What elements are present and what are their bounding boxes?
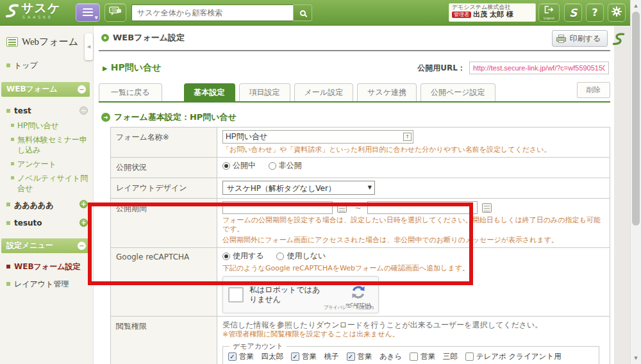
sidebar-group-test[interactable]: test − <box>0 102 93 119</box>
sidebar-item-novelty-site[interactable]: ノベルティサイト問合せ <box>0 171 93 195</box>
bullet-icon <box>6 203 10 206</box>
calendar-icon[interactable] <box>482 203 492 213</box>
collapse-minus-icon[interactable]: − <box>78 85 86 94</box>
checkbox-sales-yotaro[interactable]: ✓ 営業 四太郎 <box>228 352 283 361</box>
sasuke-s-icon <box>4 3 20 19</box>
heading-arrow-icon: ▶ <box>103 65 108 72</box>
sidebar: Webフォーム ◀ トップ WEBフォーム − test − HP問い合せ 無料… <box>0 26 94 364</box>
calendar-icon[interactable] <box>337 203 347 213</box>
bullet-icon <box>6 63 10 67</box>
collapse-minus-icon[interactable]: − <box>79 106 88 115</box>
role-badge: 管理者 <box>452 12 471 18</box>
sidebar-group-tesuto[interactable]: tesuto + <box>0 214 93 231</box>
checkbox-teleapo-client[interactable]: ✓ テレアポ クライアント用 <box>465 352 562 361</box>
notebook-button[interactable]: ▼ <box>76 3 100 22</box>
form-heading: HP問い合せ <box>111 62 162 74</box>
sasuke-home-button[interactable]: S <box>564 3 582 22</box>
refresh-icon[interactable] <box>612 32 626 48</box>
gear-icon <box>612 6 622 19</box>
global-search-input[interactable] <box>131 4 293 21</box>
chevron-down-icon: ▼ <box>368 185 372 190</box>
form-name-input[interactable] <box>222 130 413 144</box>
logout-label: Logout <box>544 16 554 20</box>
logout-button[interactable]: Logout <box>538 3 560 22</box>
vertical-scrollbar[interactable]: ▲ ▼ <box>630 0 641 364</box>
sidebar-panel-title: Webフォーム <box>22 36 78 48</box>
tab-sasuke-link[interactable]: サスケ連携 <box>357 83 417 101</box>
permission-group-demo-account: デモアカウント ✓ 営業 四太郎 ✓ 営業 桃子 ✓ 営業 あきら ✓ <box>222 342 599 364</box>
bullet-icon <box>11 124 14 127</box>
recaptcha-links[interactable]: プライバシー - 利用規約 <box>324 304 374 311</box>
main-content: WEBフォーム設定 印刷する ▶ HP問い合せ 公開用URL： 一覧に戻る 基本… <box>94 26 614 364</box>
radio-recaptcha-use[interactable]: 使用する <box>222 251 264 261</box>
scrollbar-up-button[interactable]: ▲ <box>631 1 641 11</box>
tab-item-settings[interactable]: 項目設定 <box>239 83 290 101</box>
page-title-icon <box>101 34 109 42</box>
sidebar-section-settings[interactable]: 設定メニュー − <box>1 238 90 253</box>
public-url-label: 公開用URL： <box>417 63 465 74</box>
delete-button[interactable]: 削除 <box>577 82 610 98</box>
logo-text: サスケ <box>21 2 60 14</box>
scrollbar-thumb[interactable] <box>632 12 640 226</box>
tab-back-to-list[interactable]: 一覧に戻る <box>99 83 162 101</box>
form-name-label: フォーム名称※ <box>111 128 217 158</box>
page-title: WEBフォーム設定 <box>113 32 185 44</box>
checkbox-icon: ✓ <box>291 352 299 361</box>
form-row-name: フォーム名称※ ↑ 「お問い合わせ」や「資料請求」といった利用目的に合わせた分か… <box>111 128 610 158</box>
user-info-box: デモシステム株式会社 管理者 出茂 太郎 様 <box>449 3 536 22</box>
layout-design-select[interactable]: サスケHP（解析タグなしVer） ▼ <box>222 181 375 195</box>
tab-basic-settings[interactable]: 基本設定 <box>184 83 235 101</box>
app-header: サスケ SAASKE ▼ デモシステム株式会社 管理者 出茂 太郎 様 <box>0 0 641 26</box>
radio-public[interactable]: 公開中 <box>222 160 256 171</box>
publish-status-label: 公開状況 <box>111 158 217 178</box>
logout-icon <box>544 6 554 15</box>
checkbox-sales-saburo[interactable]: ✓ 営業 三郎 <box>410 352 458 361</box>
tab-mail-settings[interactable]: メール設定 <box>294 83 354 101</box>
checkbox-sales-akira[interactable]: ✓ 営業 あきら <box>347 352 403 361</box>
checkbox-sales-momoko[interactable]: ✓ 営業 桃子 <box>291 352 339 361</box>
sasuke-logo[interactable]: サスケ SAASKE <box>4 2 60 19</box>
sidebar-item-hp-inquiry[interactable]: HP問い合せ <box>0 119 93 133</box>
form-row-layout-design: レイアウトデザイン サスケHP（解析タグなしVer） ▼ <box>111 178 610 199</box>
form-row-publish-period: 公開期間 ～ フォームの公開期間を設定する場合は、設定したい日時を選択してくださ… <box>111 199 610 248</box>
permission-hint2: ※管理者権限に閲覧権限を設定することは出来ません。 <box>222 330 604 339</box>
checkbox-icon: ✓ <box>228 352 237 361</box>
search-button[interactable] <box>293 4 312 21</box>
public-url-input[interactable] <box>469 62 609 74</box>
sidebar-item-free-seminar[interactable]: 無料体験セミナー申し込み <box>0 133 93 157</box>
sidebar-collapse-handle[interactable]: ◀ <box>85 33 93 60</box>
expand-plus-icon[interactable]: + <box>79 200 88 208</box>
expand-plus-icon[interactable]: + <box>79 219 88 227</box>
sidebar-group-aaa[interactable]: あああああ + <box>0 195 93 214</box>
tab-public-page-settings[interactable]: 公開ページ設定 <box>420 83 495 101</box>
form-row-recaptcha: Google reCAPTCHA 使用する 使用しない 下記のようなGoogle… <box>111 248 610 317</box>
radio-icon <box>276 252 284 260</box>
recaptcha-logo-icon <box>351 293 366 302</box>
sidebar-section-webform[interactable]: WEBフォーム − <box>1 82 90 97</box>
period-start-input[interactable] <box>222 201 333 214</box>
sidebar-item-enquete[interactable]: アンケート <box>0 157 93 171</box>
recaptcha-checkbox[interactable] <box>228 287 244 302</box>
chat-button[interactable] <box>104 3 126 22</box>
recaptcha-text: 私はロボットではありません <box>249 285 325 304</box>
bullet-icon <box>6 265 10 269</box>
radio-recaptcha-nouse[interactable]: 使用しない <box>276 251 326 261</box>
radio-icon <box>269 162 276 170</box>
period-end-input[interactable] <box>367 201 478 214</box>
form-name-hint: 「お問い合わせ」や「資料請求」といった利用目的に合わせた分かりやすい名前を設定し… <box>222 145 604 154</box>
recaptcha-hint: 下記のようなGoogle reCAPTCHAをWebフォームの確認画面へ追加しま… <box>222 264 604 273</box>
tab-bar: 一覧に戻る 基本設定 項目設定 メール設定 サスケ連携 公開ページ設定 削除 <box>99 82 610 103</box>
scrollbar-down-button[interactable]: ▼ <box>631 353 641 363</box>
recaptcha-widget: 私はロボットではありません reCAPTCHA プライバシー - <box>222 276 379 313</box>
sidebar-item-layout-management[interactable]: レイアウト管理 <box>0 276 93 293</box>
help-button[interactable]: ? <box>586 3 604 22</box>
checkbox-icon: ✓ <box>410 352 418 361</box>
print-button[interactable]: 印刷する <box>552 30 608 47</box>
sidebar-item-top[interactable]: トップ <box>0 57 93 74</box>
settings-button[interactable] <box>608 3 626 22</box>
collapse-minus-icon[interactable]: − <box>78 242 86 250</box>
checkbox-icon: ✓ <box>465 352 474 361</box>
sidebar-item-webform-settings[interactable]: WEBフォーム設定 <box>0 258 93 276</box>
radio-private[interactable]: 非公開 <box>269 160 302 171</box>
search-icon <box>300 10 306 16</box>
